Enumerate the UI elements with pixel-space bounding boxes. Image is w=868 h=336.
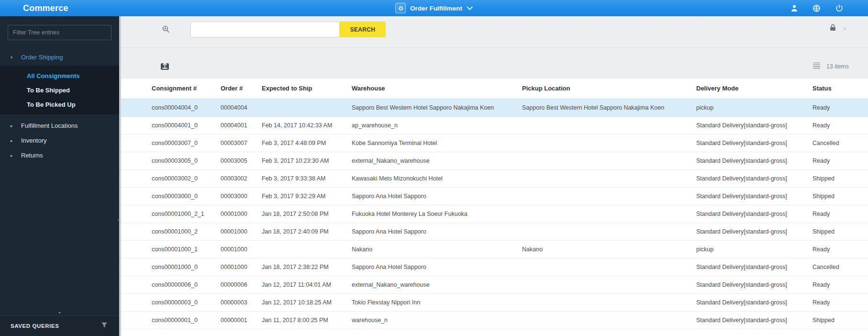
cell-warehouse: Kobe Sannomiya Terminal Hotel xyxy=(352,134,522,152)
cell-status: Ready xyxy=(812,240,868,258)
table-row[interactable]: cons00004004_000004004Sapporo Best Weste… xyxy=(121,99,868,116)
column-header-consignment[interactable]: Consignment # xyxy=(121,78,221,99)
filter-funnel-icon[interactable] xyxy=(101,322,108,330)
cell-delivery-mode: Standard Delivery[standard-gross] xyxy=(696,258,812,276)
list-view-icon[interactable] xyxy=(812,62,821,70)
table-header-row: Consignment # Order # Expected to Ship W… xyxy=(121,78,868,99)
cell-warehouse: warehouse_n xyxy=(352,311,522,329)
lock-icon[interactable] xyxy=(830,24,836,33)
cell-consignment: cons00004004_0 xyxy=(121,99,221,116)
cell-delivery-mode: Standard Delivery[standard-gross] xyxy=(696,293,812,311)
cell-expected-to-ship xyxy=(262,99,352,116)
tree-item-label: Inventory xyxy=(21,137,46,144)
cell-delivery-mode: Standard Delivery[standard-gross] xyxy=(696,169,812,187)
cell-pickup-location: Sapporo Best Western Hotel Sapporo Nakaj… xyxy=(522,99,696,116)
cell-delivery-mode: Standard Delivery[standard-gross] xyxy=(696,187,812,205)
cell-consignment: cons00000001_0 xyxy=(121,311,221,329)
search-input[interactable] xyxy=(190,22,340,37)
column-header-pickup-location[interactable]: Pickup Location xyxy=(522,78,696,99)
cell-consignment: cons00001000_2_1 xyxy=(121,205,221,223)
chevron-right-icon: ▸ xyxy=(11,138,15,143)
cell-pickup-location: Nakano xyxy=(522,240,696,258)
table-row[interactable]: cons00000006_000000006Jan 12, 2017 11:04… xyxy=(121,276,868,293)
cell-delivery-mode: pickup xyxy=(696,99,812,116)
tree-item-all-consignments[interactable]: All Consignments xyxy=(0,68,119,83)
close-icon[interactable]: × xyxy=(843,25,847,32)
tree-item-order-shipping[interactable]: ▾ Order Shipping xyxy=(0,50,119,65)
results-grid: Consignment # Order # Expected to Ship W… xyxy=(121,78,868,336)
table-row[interactable]: cons00004001_000004001Feb 14, 2017 10:42… xyxy=(121,116,868,134)
perspective-switcher[interactable]: Order Fulfillment xyxy=(395,3,473,13)
table-row[interactable]: cons00001000_100001000NakanoNakanopickup… xyxy=(121,240,868,258)
table-row[interactable]: cons00003000_000003000Feb 3, 2017 9:32:2… xyxy=(121,187,868,205)
column-header-order[interactable]: Order # xyxy=(221,78,262,99)
saved-queries-section: SAVED QUERIES xyxy=(0,316,119,336)
globe-icon[interactable] xyxy=(812,4,821,12)
user-icon[interactable] xyxy=(790,4,798,12)
table-row[interactable]: cons00001000_000001000Jan 18, 2017 2:38:… xyxy=(121,258,868,276)
table-row[interactable]: cons00003002_000003002Feb 3, 2017 9:33:3… xyxy=(121,169,868,187)
table-row[interactable]: cons00000001_000000001Jan 11, 2017 8:00:… xyxy=(121,311,868,329)
cell-order: 00004001 xyxy=(221,116,262,134)
list-toolbar: 13 items xyxy=(121,48,868,78)
advanced-search-icon[interactable] xyxy=(161,25,170,36)
cell-pickup-location xyxy=(522,258,696,276)
tree-item-inventory[interactable]: ▸ Inventory xyxy=(0,133,119,148)
export-icon[interactable] xyxy=(160,61,169,72)
table-row[interactable]: cons00000003_000000003Jan 12, 2017 10:18… xyxy=(121,293,868,311)
column-header-warehouse[interactable]: Warehouse xyxy=(352,78,522,99)
cell-consignment: cons00001000_0 xyxy=(121,258,221,276)
cell-expected-to-ship: Feb 14, 2017 10:42:33 AM xyxy=(262,116,352,134)
chevron-down-icon xyxy=(467,4,473,12)
column-header-status[interactable]: Status xyxy=(812,78,868,99)
cell-expected-to-ship: Jan 18, 2017 2:50:08 PM xyxy=(262,205,352,223)
power-icon[interactable] xyxy=(835,4,843,12)
tree-filter-input[interactable] xyxy=(8,25,111,40)
cell-order: 00001000 xyxy=(221,240,262,258)
cell-order: 00003007 xyxy=(221,134,262,152)
cell-status: Shipped xyxy=(812,223,868,240)
tree-item-label: Order Shipping xyxy=(21,54,63,61)
cell-pickup-location xyxy=(522,293,696,311)
cell-pickup-location xyxy=(522,169,696,187)
cell-order: 00000001 xyxy=(221,311,262,329)
cell-consignment: cons00003005_0 xyxy=(121,152,221,169)
cell-pickup-location xyxy=(522,187,696,205)
tree-item-to-be-picked-up[interactable]: To Be Picked Up xyxy=(0,97,119,112)
tree-item-label: Fulfillment Locations xyxy=(21,122,78,129)
cell-status: Ready xyxy=(812,276,868,293)
cell-delivery-mode: Standard Delivery[standard-gross] xyxy=(696,152,812,169)
cell-warehouse: ap_warehouse_n xyxy=(352,116,522,134)
chevron-down-icon: ▾ xyxy=(11,55,15,60)
column-header-delivery-mode[interactable]: Delivery Mode xyxy=(696,78,812,99)
table-row[interactable]: cons00001000_2_100001000Jan 18, 2017 2:5… xyxy=(121,205,868,223)
cell-warehouse: Kawasaki Mets Mizonokuchi Hotel xyxy=(352,169,522,187)
tree-item-fulfillment-locations[interactable]: ▸ Fulfillment Locations xyxy=(0,118,119,133)
column-header-expected-to-ship[interactable]: Expected to Ship xyxy=(262,78,352,99)
cell-warehouse: Nakano xyxy=(352,240,522,258)
cell-warehouse: Sapporo Ana Hotel Sapporo xyxy=(352,223,522,240)
collapse-handle[interactable]: ▾ xyxy=(0,310,119,316)
table-row[interactable]: cons00003005_000003005Feb 3, 2017 10:23:… xyxy=(121,152,868,169)
tree-item-label: To Be Picked Up xyxy=(27,101,76,108)
tree-item-returns[interactable]: ▸ Returns xyxy=(0,148,119,163)
cell-pickup-location xyxy=(522,205,696,223)
cell-delivery-mode: Standard Delivery[standard-gross] xyxy=(696,134,812,152)
navigation-tree: ▾ Order Shipping All Consignments To Be … xyxy=(0,50,119,163)
cell-consignment: cons00003007_0 xyxy=(121,134,221,152)
cell-expected-to-ship: Feb 3, 2017 9:32:29 AM xyxy=(262,187,352,205)
cell-pickup-location xyxy=(522,223,696,240)
search-button[interactable]: SEARCH xyxy=(340,22,386,37)
table-row[interactable]: cons00003007_000003007Feb 3, 2017 4:48:0… xyxy=(121,134,868,152)
cell-expected-to-ship: Jan 12, 2017 11:04:01 AM xyxy=(262,276,352,293)
cell-delivery-mode: Standard Delivery[standard-gross] xyxy=(696,311,812,329)
perspective-label: Order Fulfillment xyxy=(410,5,462,12)
tree-item-to-be-shipped[interactable]: To Be Shipped xyxy=(0,83,119,97)
cell-delivery-mode: pickup xyxy=(696,240,812,258)
table-row[interactable]: cons00001000_200001000Jan 18, 2017 2:40:… xyxy=(121,223,868,240)
tree-item-label: All Consignments xyxy=(27,72,80,79)
cell-expected-to-ship: Jan 18, 2017 2:38:22 PM xyxy=(262,258,352,276)
cell-pickup-location xyxy=(522,116,696,134)
cell-warehouse: Fukuoka Hotel Monterey La Soeur Fukuoka xyxy=(352,205,522,223)
cell-status: Cancelled xyxy=(812,134,868,152)
